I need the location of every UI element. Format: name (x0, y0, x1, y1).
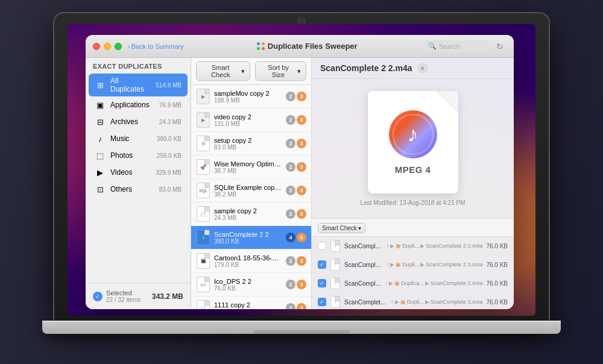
path-arrow: ↑ (387, 243, 390, 249)
file-badges: 2 3 (286, 186, 306, 195)
file-badges-selected: 4 5 (286, 233, 306, 242)
dup-checkbox[interactable] (318, 242, 326, 250)
selected-check-icon: ✓ (93, 292, 103, 301)
dup-path: ↑ ▶ ▣ Duplica... ▶ ScanComplete 2.m4a (385, 280, 483, 286)
smart-check-dropdown-icon: ▾ (241, 67, 245, 75)
dup-checkbox[interactable]: ✓ (318, 298, 326, 306)
file-icon: 🎬 (196, 253, 210, 269)
sidebar-item-archives[interactable]: ⊟ Archives 24.3 MB (89, 113, 188, 130)
duplicates-table[interactable]: ♪ ScanComplete 2 2.m4a ↑ ▶ ▣ Dupli... ▶ (312, 237, 514, 309)
sidebar-label-photos: Photos (110, 151, 152, 160)
duplicates-smart-check-button[interactable]: Smart Check ▾ (318, 223, 365, 233)
file-info: 1111 copy 2 29.0 KB (214, 301, 282, 310)
sidebar-size-photos: 256.0 KB (157, 152, 182, 159)
list-item[interactable]: 🚀 Wise Memory Optimizer copy 2 38.7 MB 2… (191, 155, 311, 179)
file-list[interactable]: ▶ sampleMov copy 2 198.9 MB 2 3 (191, 85, 311, 309)
selected-count: 22 / 32 items (106, 297, 140, 303)
sidebar-item-all-duplicates[interactable]: ⊞ All Duplicates 514.8 MB (89, 74, 188, 96)
preview-body: ♪ MPEG 4 Last Modified: 13-Aug-2018 at 4… (312, 79, 514, 218)
preview-close-button[interactable]: × (417, 63, 428, 74)
sidebar-footer: ✓ Selected 22 / 32 items 343.2 MB (86, 283, 191, 309)
file-icon: ⚙ (196, 135, 210, 152)
dup-checkbox[interactable]: ✓ (318, 260, 326, 269)
close-button[interactable] (93, 43, 100, 50)
file-badges: 2 3 (286, 139, 306, 148)
file-info: Wise Memory Optimizer copy 2 38.7 MB (214, 160, 282, 174)
duplicate-row[interactable]: ✓ ♪ ScanComplete 2 3.m4a ↑ ▶ ▣ (312, 256, 514, 274)
list-item-selected[interactable]: ♪ ScanComplete 2 2 380.0 KB 4 5 (191, 226, 311, 249)
refresh-button[interactable]: ↻ (493, 40, 507, 53)
list-item[interactable]: ▶ video copy 2 131.0 MB 2 3 (191, 108, 311, 132)
selected-info: ✓ Selected 22 / 32 items 343.2 MB (93, 289, 183, 303)
duplicates-toolbar: Smart Check ▾ (312, 219, 514, 237)
app-title: Duplicate Files Sweeper (268, 42, 358, 51)
sidebar-label-others: Others (110, 185, 154, 193)
sidebar-label-archives: Archives (110, 118, 154, 126)
app-icon (257, 42, 265, 51)
file-badges: 2 3 (286, 115, 306, 125)
minimize-button[interactable] (104, 43, 111, 50)
laptop-screen: ‹ Back to Summary Duplicate Files Sweepe… (68, 24, 535, 316)
list-item[interactable]: 📄 sample copy 2 24.3 MB 2 3 (191, 202, 311, 226)
sidebar: Exact Duplicates ⊞ All Duplicates 514.8 … (86, 58, 191, 309)
file-badges: 2 3 (286, 162, 306, 172)
file-info: Cartoon1 18-55-36-738 copy 2 179.0 KB (214, 254, 282, 268)
duplicate-row[interactable]: ♪ ScanComplete 2 2.m4a ↑ ▶ ▣ Dupli... ▶ (312, 237, 514, 256)
sidebar-item-others[interactable]: ⊡ Others 83.0 MB (89, 181, 188, 198)
list-item[interactable]: SQL SQLite Example copy 2 38.2 MB 2 3 (191, 179, 311, 202)
sort-label: Sort by Size (260, 64, 296, 78)
all-duplicates-icon: ⊞ (95, 80, 106, 90)
sidebar-item-videos[interactable]: ▶ Videos 329.9 MB (89, 164, 188, 181)
search-bar[interactable]: 🔍 Search (423, 40, 490, 52)
folder-icon: ▣ (396, 243, 401, 249)
traffic-lights (93, 43, 122, 50)
maximize-button[interactable] (115, 43, 122, 50)
duplicate-row[interactable]: ✓ ♪ ScanComplete 3.m4a ↑ ▶ ▣ (312, 293, 514, 309)
dup-path: ↑ ▶ ▣ Dupli... ▶ ScanComplete 3.m4a (391, 299, 482, 305)
list-item[interactable]: ⚙ setup copy 2 83.0 MB 2 3 (191, 132, 311, 155)
file-icon: 📄 (196, 206, 210, 222)
list-item[interactable]: ▶ sampleMov copy 2 198.9 MB 2 3 (191, 85, 311, 108)
dup-path: ↑ ▶ ▣ Dupli... ▶ ScanComplete 2 2.m4a (387, 243, 483, 249)
back-arrow-icon: ‹ (128, 43, 130, 50)
laptop-frame: ‹ Back to Summary Duplicate Files Sweepe… (42, 13, 561, 351)
smart-check-button[interactable]: Smart Check ▾ (196, 61, 250, 81)
sidebar-item-music[interactable]: ♪ Music 380.0 KB (89, 130, 188, 147)
sidebar-size-music: 380.0 KB (157, 136, 182, 142)
file-info: sampleMov copy 2 198.9 MB (214, 90, 282, 104)
file-metadata: Last Modified: 13-Aug-2018 at 4:21 PM (361, 199, 466, 206)
duplicates-area: Smart Check ▾ ♪ (312, 218, 514, 309)
list-item[interactable]: 🎬 Cartoon1 18-55-36-738 copy 2 179.0 KB … (191, 249, 311, 273)
sidebar-size-all: 514.8 MB (156, 82, 182, 89)
smart-check-label: Smart Check (201, 64, 239, 78)
music-circle-icon: ♪ (389, 110, 437, 158)
music-note-icon: ♪ (408, 124, 418, 145)
archives-icon: ⊟ (95, 116, 106, 127)
list-item[interactable]: ico Ico_DPS 2 2 76.0 KB 2 3 (191, 273, 311, 297)
preview-panel: ScanComplete 2 2.m4a × ♪ MPEG 4 Last Mod… (312, 58, 514, 309)
dup-size: 76.0 KB (486, 280, 508, 287)
sidebar-label-applications: Applications (110, 101, 154, 109)
list-item[interactable]: 📄 1111 copy 2 29.0 KB 2 3 (191, 297, 311, 309)
music-icon: ♪ (95, 133, 106, 144)
file-badges: 2 3 (286, 280, 306, 289)
sidebar-item-applications[interactable]: ▣ Applications 76.9 MB (89, 96, 188, 113)
sidebar-header: Exact Duplicates (86, 58, 191, 74)
selected-details: Selected 22 / 32 items (106, 289, 140, 303)
file-icon: ▶ (196, 88, 210, 105)
sidebar-size-applications: 76.9 MB (159, 102, 182, 108)
sidebar-item-photos[interactable]: ⬚ Photos 256.0 KB (89, 147, 188, 164)
sort-button[interactable]: Sort by Size ▾ (255, 61, 306, 81)
dup-size: 76.0 KB (486, 299, 508, 306)
sidebar-label-all: All Duplicates (110, 77, 151, 93)
applications-icon: ▣ (95, 99, 106, 110)
duplicates-dropdown-icon: ▾ (358, 225, 361, 231)
duplicates-smart-check-label: Smart Check (322, 225, 357, 231)
dup-file-icon: ♪ (330, 295, 341, 309)
dup-path: ↑ ▶ ▣ Dupli... ▶ ScanComplete 2 3.m4a (387, 262, 483, 268)
file-info: setup copy 2 83.0 MB (214, 137, 282, 151)
back-button[interactable]: ‹ Back to Summary (128, 43, 183, 50)
duplicate-row[interactable]: ✓ ♪ ScanComplete 2.m4a ↑ ▶ ▣ (312, 274, 514, 293)
dup-checkbox[interactable]: ✓ (318, 279, 326, 287)
sidebar-size-archives: 24.3 MB (159, 119, 182, 125)
